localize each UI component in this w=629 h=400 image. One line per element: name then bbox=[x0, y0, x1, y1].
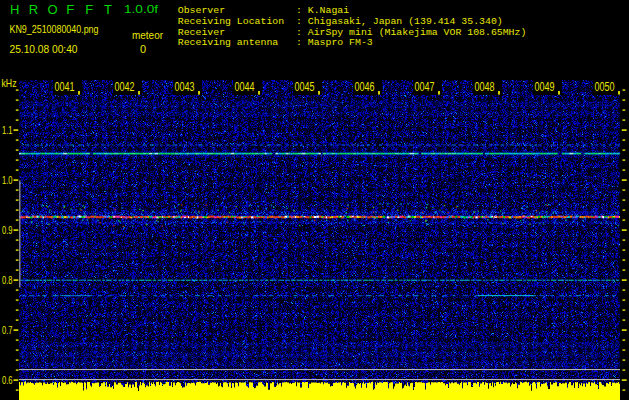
svg-text:KN9_2510080040.png: KN9_2510080040.png bbox=[10, 23, 99, 35]
svg-text:Receiving antenna : Maspro F: Receiving antenna : Maspro FM-3 bbox=[178, 37, 373, 48]
svg-text:0044: 0044 bbox=[235, 80, 255, 94]
svg-text:0: 0 bbox=[140, 43, 146, 55]
svg-text:Observer : K.Nagai: Observer : K.Nagai bbox=[178, 5, 349, 16]
svg-text:0.9: 0.9 bbox=[2, 224, 13, 236]
svg-text:0042: 0042 bbox=[115, 80, 135, 94]
svg-text:1.1: 1.1 bbox=[2, 124, 13, 136]
svg-text:0046: 0046 bbox=[355, 80, 375, 94]
svg-text:Receiver : AirSpy m: Receiver : AirSpy mini (Miakejima VOR 10… bbox=[178, 27, 527, 38]
svg-text:0045: 0045 bbox=[295, 80, 315, 94]
svg-text:0041: 0041 bbox=[55, 80, 75, 94]
svg-text:0048: 0048 bbox=[475, 80, 495, 94]
svg-text:Receiving Location : Chigasak: Receiving Location : Chigasaki, Japan (1… bbox=[178, 16, 503, 27]
svg-text:H: H bbox=[10, 2, 19, 17]
svg-text:0.7: 0.7 bbox=[2, 324, 13, 336]
svg-text:F: F bbox=[66, 2, 74, 17]
svg-text:0043: 0043 bbox=[175, 80, 195, 94]
svg-text:0047: 0047 bbox=[415, 80, 435, 94]
svg-text:F: F bbox=[85, 2, 93, 17]
svg-text:O: O bbox=[47, 2, 57, 17]
svg-text:kHz: kHz bbox=[2, 77, 17, 89]
svg-text:meteor: meteor bbox=[132, 29, 163, 41]
svg-text:0049: 0049 bbox=[535, 80, 555, 94]
svg-text:1.0.0f: 1.0.0f bbox=[124, 4, 158, 15]
svg-text:0.6: 0.6 bbox=[2, 374, 13, 386]
svg-text:0050: 0050 bbox=[595, 80, 615, 94]
svg-text:R: R bbox=[29, 2, 38, 17]
svg-text:T: T bbox=[104, 2, 112, 17]
svg-text:25.10.08 00:40: 25.10.08 00:40 bbox=[10, 43, 78, 55]
svg-text:1.0: 1.0 bbox=[2, 174, 13, 186]
svg-text:0.8: 0.8 bbox=[2, 274, 13, 286]
